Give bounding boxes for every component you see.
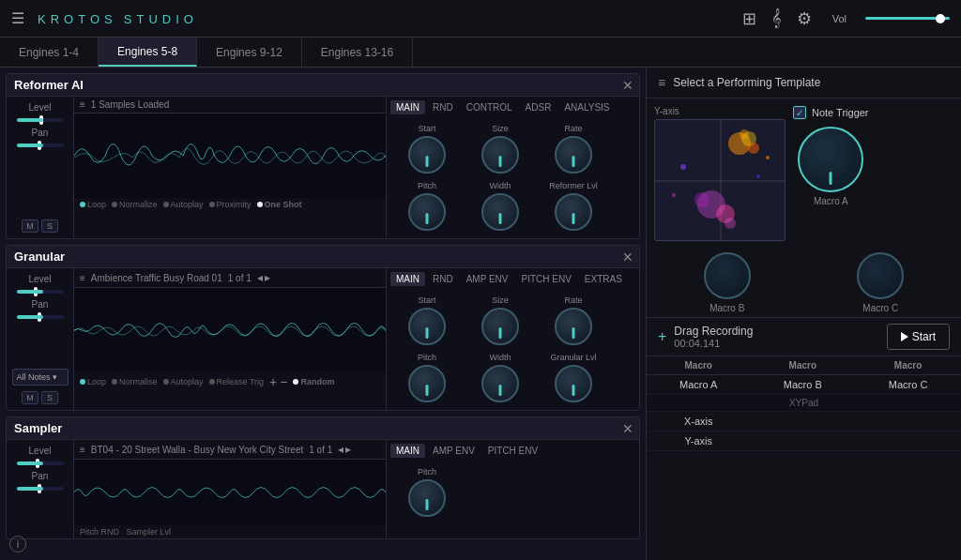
- rc-tab-adsr-reformer[interactable]: ADSR: [520, 100, 557, 114]
- next-sample-sampler[interactable]: ▸: [345, 443, 351, 456]
- rc-tab-main-granular[interactable]: MAIN: [390, 272, 425, 286]
- table-cell-yaxis[interactable]: Y-axis: [647, 431, 750, 451]
- hamburger-icon[interactable]: ☰: [11, 9, 24, 27]
- tag-autoplay-reformer[interactable]: Autoplay: [163, 200, 204, 209]
- knob-start-reformer[interactable]: [408, 136, 446, 174]
- rc-tab-main-sampler[interactable]: MAIN: [390, 444, 425, 458]
- macro-table-header-2: Macro: [855, 356, 961, 375]
- tag-random-granular[interactable]: Random: [293, 377, 334, 386]
- solo-btn-reformer[interactable]: S: [41, 219, 58, 233]
- rc-tab-pitchenv-sampler[interactable]: PITCH ENV: [482, 444, 543, 458]
- knob-size-granular[interactable]: [481, 308, 519, 345]
- tag-normalise-granular[interactable]: Normalise: [112, 377, 158, 386]
- solo-btn-granular[interactable]: S: [41, 391, 58, 404]
- knob-granularlvl-granular[interactable]: [555, 365, 592, 402]
- rc-tab-main-reformer[interactable]: MAIN: [390, 100, 425, 114]
- knob-rate-reformer[interactable]: [555, 136, 592, 174]
- table-cell-yaxis-2: [750, 431, 855, 451]
- info-icon[interactable]: i: [9, 536, 26, 552]
- sample-count-granular: 1 of 1: [228, 273, 252, 283]
- bars-icon[interactable]: 𝄞: [771, 8, 782, 28]
- tag-normalize-reformer[interactable]: Normalize: [112, 200, 158, 209]
- mute-btn-granular[interactable]: M: [22, 391, 38, 404]
- rc-tab-rnd-reformer[interactable]: RND: [427, 100, 459, 114]
- rc-tab-extras-granular[interactable]: EXTRAS: [579, 272, 628, 286]
- engine-granular-body: Level Pan All Notes ▾ M S ≡ Ambience Tra…: [7, 268, 639, 410]
- remove-sample-granular[interactable]: −: [280, 374, 287, 389]
- pan-slider-granular[interactable]: [17, 315, 64, 319]
- knob-size-reformer[interactable]: [481, 136, 519, 174]
- knob-item-size-reformer: Size: [467, 124, 533, 174]
- pan-slider-reformer[interactable]: [17, 144, 64, 147]
- close-icon-reformer[interactable]: ✕: [622, 78, 633, 93]
- tag-oneshot-reformer[interactable]: One Shot: [257, 200, 302, 209]
- level-slider-sampler[interactable]: [17, 462, 64, 465]
- macro-table: Macro Macro Macro Macro A Macro B Macro …: [647, 356, 961, 451]
- waveform-canvas-granular[interactable]: [74, 288, 386, 372]
- rc-tab-control-reformer[interactable]: CONTROL: [461, 100, 518, 114]
- next-sample-granular[interactable]: ▸: [265, 271, 270, 284]
- note-trigger-label: Note Trigger: [812, 107, 869, 118]
- rc-tab-ampenv-granular[interactable]: AMP ENV: [461, 272, 514, 286]
- sliders-icon[interactable]: ⚙: [797, 8, 812, 29]
- table-row[interactable]: Macro A Macro B Macro C: [647, 375, 961, 395]
- tab-engines-13-16[interactable]: Engines 13-16: [302, 38, 413, 67]
- tab-engines-5-8[interactable]: Engines 5-8: [99, 38, 197, 67]
- knob-width-granular[interactable]: [481, 365, 519, 402]
- table-cell-macro-a[interactable]: Macro A: [647, 375, 750, 395]
- prev-sample-granular[interactable]: ◂: [257, 271, 263, 284]
- rc-tab-ampenv-sampler[interactable]: AMP ENV: [427, 444, 480, 458]
- close-icon-granular[interactable]: ✕: [622, 250, 633, 265]
- mute-btn-reformer[interactable]: M: [22, 219, 38, 233]
- macro-b-knob[interactable]: [704, 252, 751, 299]
- list-icon-sampler: ≡: [80, 445, 85, 455]
- close-icon-sampler[interactable]: ✕: [622, 421, 633, 436]
- table-row-yaxis[interactable]: Y-axis: [647, 431, 961, 451]
- table-cell-macro-c[interactable]: Macro C: [855, 375, 961, 395]
- knob-width-reformer[interactable]: [481, 193, 519, 231]
- table-section-xypad-label: XYPad: [647, 395, 961, 412]
- tag-proximity-reformer[interactable]: Proximity: [209, 200, 252, 209]
- level-slider-reformer[interactable]: [17, 118, 64, 122]
- tag-loop-reformer[interactable]: Loop: [80, 200, 106, 209]
- pan-label-granular: Pan: [32, 299, 49, 310]
- table-cell-xaxis[interactable]: X-axis: [647, 412, 750, 431]
- level-slider-granular[interactable]: [17, 290, 64, 294]
- rc-tab-pitchenv-granular[interactable]: PITCH ENV: [516, 272, 577, 286]
- knob-rate-granular[interactable]: [555, 308, 592, 345]
- sample-count-sampler: 1 of 1: [309, 445, 332, 455]
- xy-particles: [655, 120, 785, 240]
- waveform-canvas-reformer[interactable]: [74, 114, 386, 198]
- knob-label-pitch-granular: Pitch: [418, 353, 436, 362]
- macro-a-knob[interactable]: [798, 127, 863, 192]
- table-row-xaxis[interactable]: X-axis: [647, 412, 961, 431]
- tag-autoplay-granular[interactable]: Autoplay: [163, 377, 204, 386]
- rc-tab-rnd-granular[interactable]: RND: [427, 272, 459, 286]
- rc-tab-analysis-reformer[interactable]: ANALYSIS: [558, 100, 615, 114]
- tab-engines-9-12[interactable]: Engines 9-12: [197, 38, 302, 67]
- tag-releasetrig-granular[interactable]: Release Trig: [209, 377, 265, 386]
- knob-reformerlvl-reformer[interactable]: [555, 193, 592, 231]
- add-sample-granular[interactable]: +: [269, 374, 277, 389]
- table-cell-macro-b[interactable]: Macro B: [750, 375, 855, 395]
- knob-pitch-granular[interactable]: [408, 365, 446, 402]
- vol-slider[interactable]: [865, 17, 950, 20]
- knob-label-width-granular: Width: [489, 353, 511, 362]
- knob-pitch-reformer[interactable]: [408, 193, 446, 231]
- tab-engines-1-4[interactable]: Engines 1-4: [0, 38, 99, 67]
- rp-scroll: Y-axis: [647, 98, 961, 560]
- xy-pad[interactable]: [654, 119, 786, 241]
- knob-pitch-sampler[interactable]: [408, 479, 446, 517]
- waveform-canvas-sampler[interactable]: [74, 460, 386, 525]
- macro-c-knob[interactable]: [857, 252, 904, 299]
- all-notes-dropdown-granular[interactable]: All Notes ▾: [12, 369, 69, 386]
- pan-slider-sampler[interactable]: [17, 487, 64, 491]
- knob-start-granular[interactable]: [408, 308, 446, 345]
- note-trigger-checkbox[interactable]: ✓: [793, 106, 806, 119]
- waveform-svg-sampler: [74, 460, 386, 525]
- tag-loop-granular[interactable]: Loop: [80, 377, 106, 386]
- prev-sample-sampler[interactable]: ◂: [338, 443, 343, 456]
- start-button[interactable]: Start: [887, 324, 950, 350]
- grid-icon[interactable]: ⊞: [742, 8, 756, 29]
- left-panel: Reformer AI ✕ Level Pan M S: [0, 68, 646, 560]
